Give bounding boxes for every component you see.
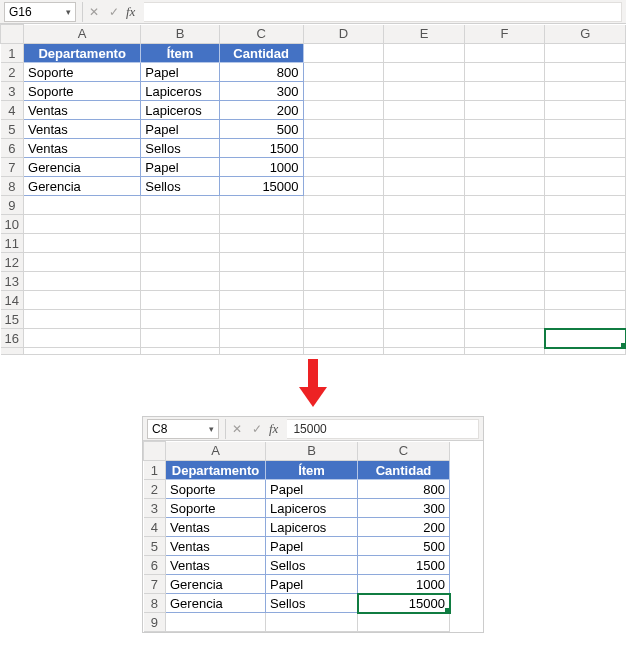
cell[interactable]: Sellos — [266, 556, 358, 575]
cell[interactable]: Sellos — [141, 139, 220, 158]
cell[interactable] — [464, 101, 545, 120]
cell[interactable] — [384, 291, 465, 310]
cell[interactable]: Papel — [266, 537, 358, 556]
cell[interactable] — [24, 329, 141, 348]
cell[interactable] — [219, 253, 303, 272]
cell[interactable]: Gerencia — [166, 594, 266, 613]
cancel-icon[interactable]: ✕ — [229, 421, 245, 437]
cell[interactable] — [303, 215, 384, 234]
row-head[interactable]: 9 — [1, 196, 24, 215]
cell[interactable] — [141, 215, 220, 234]
cell[interactable] — [545, 234, 626, 253]
cell[interactable] — [384, 101, 465, 120]
cell[interactable] — [303, 234, 384, 253]
row-head[interactable]: 4 — [144, 518, 166, 537]
cell[interactable]: Papel — [266, 480, 358, 499]
col-head-C[interactable]: C — [358, 442, 450, 461]
cell[interactable]: Ventas — [24, 139, 141, 158]
cell[interactable] — [141, 310, 220, 329]
cell[interactable] — [24, 310, 141, 329]
cell[interactable]: Papel — [266, 575, 358, 594]
row-head[interactable]: 3 — [1, 82, 24, 101]
row-head[interactable]: 1 — [1, 44, 24, 63]
header-cell[interactable]: Ítem — [266, 461, 358, 480]
cell[interactable] — [303, 196, 384, 215]
cell[interactable] — [141, 234, 220, 253]
cell[interactable] — [303, 101, 384, 120]
col-head-G[interactable]: G — [545, 25, 626, 44]
cell[interactable] — [545, 215, 626, 234]
cell[interactable]: 200 — [358, 518, 450, 537]
cell[interactable] — [219, 348, 303, 355]
cell[interactable] — [24, 291, 141, 310]
cell[interactable]: Ventas — [166, 556, 266, 575]
cell[interactable] — [219, 329, 303, 348]
cell[interactable] — [219, 215, 303, 234]
row-head[interactable]: 6 — [1, 139, 24, 158]
cell[interactable] — [141, 291, 220, 310]
col-head-A[interactable]: A — [24, 25, 141, 44]
cell[interactable] — [141, 348, 220, 355]
row-head[interactable]: 16 — [1, 329, 24, 348]
cell[interactable] — [219, 234, 303, 253]
cell[interactable]: 1000 — [219, 158, 303, 177]
row-head[interactable]: 3 — [144, 499, 166, 518]
cell[interactable]: Sellos — [141, 177, 220, 196]
header-cell[interactable]: Departamento — [166, 461, 266, 480]
cell[interactable] — [219, 291, 303, 310]
row-head[interactable] — [1, 348, 24, 355]
cell[interactable]: Lapiceros — [141, 101, 220, 120]
cell[interactable] — [303, 63, 384, 82]
cell[interactable]: 300 — [219, 82, 303, 101]
row-head[interactable]: 8 — [144, 594, 166, 613]
cell[interactable] — [303, 120, 384, 139]
cell[interactable]: 500 — [219, 120, 303, 139]
cell[interactable]: Ventas — [166, 537, 266, 556]
cell[interactable] — [166, 613, 266, 632]
cell[interactable] — [464, 139, 545, 158]
cell[interactable] — [219, 196, 303, 215]
cell[interactable] — [24, 234, 141, 253]
cell[interactable] — [384, 177, 465, 196]
selected-cell[interactable]: 15000 — [358, 594, 450, 613]
name-box[interactable]: G16 ▾ — [4, 2, 76, 22]
row-head[interactable]: 15 — [1, 310, 24, 329]
fx-icon[interactable]: fx — [126, 4, 135, 20]
cell[interactable] — [464, 272, 545, 291]
cell[interactable]: Papel — [141, 158, 220, 177]
cell[interactable] — [464, 177, 545, 196]
cell[interactable]: Ventas — [24, 120, 141, 139]
cell[interactable] — [384, 215, 465, 234]
cell[interactable]: Gerencia — [166, 575, 266, 594]
cell[interactable] — [303, 329, 384, 348]
row-head[interactable]: 7 — [1, 158, 24, 177]
row-head[interactable]: 5 — [144, 537, 166, 556]
cell[interactable] — [384, 348, 465, 355]
row-head[interactable]: 7 — [144, 575, 166, 594]
row-head[interactable]: 6 — [144, 556, 166, 575]
row-head[interactable]: 2 — [1, 63, 24, 82]
cell[interactable] — [141, 253, 220, 272]
cell[interactable] — [464, 234, 545, 253]
name-box[interactable]: C8 ▾ — [147, 419, 219, 439]
cell[interactable] — [384, 196, 465, 215]
cell[interactable] — [219, 272, 303, 291]
col-head-B[interactable]: B — [266, 442, 358, 461]
row-head[interactable]: 14 — [1, 291, 24, 310]
enter-icon[interactable]: ✓ — [249, 421, 265, 437]
cell[interactable]: Sellos — [266, 594, 358, 613]
cell[interactable] — [545, 82, 626, 101]
cell[interactable] — [384, 272, 465, 291]
cell[interactable]: 200 — [219, 101, 303, 120]
row-head[interactable]: 5 — [1, 120, 24, 139]
cell[interactable] — [384, 234, 465, 253]
col-head-C[interactable]: C — [219, 25, 303, 44]
header-cell[interactable]: Ítem — [141, 44, 220, 63]
cell[interactable] — [384, 139, 465, 158]
cell[interactable]: 1500 — [219, 139, 303, 158]
cell[interactable] — [545, 196, 626, 215]
cell[interactable] — [384, 63, 465, 82]
cell[interactable] — [384, 44, 465, 63]
cell[interactable]: 300 — [358, 499, 450, 518]
cell[interactable] — [464, 44, 545, 63]
